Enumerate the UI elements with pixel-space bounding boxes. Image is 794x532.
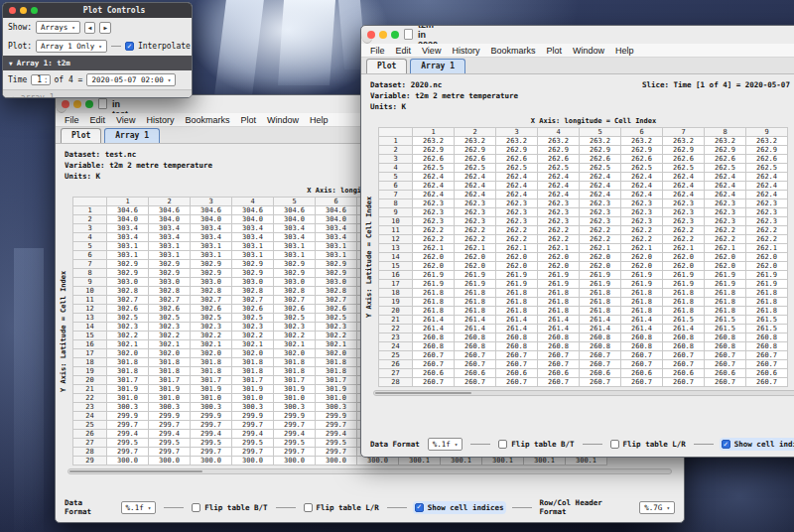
table-cell[interactable]: 260.7 <box>413 360 455 369</box>
row-header[interactable]: 17 <box>379 280 413 289</box>
table-cell[interactable]: 260.8 <box>580 342 621 351</box>
table-cell[interactable]: 261.8 <box>580 307 621 316</box>
table-cell[interactable]: 262.4 <box>663 173 705 182</box>
table-cell[interactable]: 262.3 <box>621 200 663 208</box>
table-cell[interactable]: 302.0 <box>149 349 191 358</box>
table-cell[interactable]: 261.8 <box>496 298 538 307</box>
table-cell[interactable]: 262.1 <box>746 244 788 253</box>
table-cell[interactable]: 261.8 <box>746 298 788 307</box>
collapsed-array-item[interactable]: ▸ array 1 <box>3 89 192 98</box>
header-format-select[interactable]: %.7G ▾ <box>639 501 675 514</box>
table-cell[interactable]: 262.1 <box>455 244 496 253</box>
table-cell[interactable]: 304.0 <box>107 215 149 224</box>
table-cell[interactable]: 260.7 <box>580 351 621 360</box>
table-cell[interactable]: 262.4 <box>538 191 580 200</box>
table-cell[interactable]: 262.0 <box>580 253 621 262</box>
table-cell[interactable]: 260.7 <box>455 351 496 360</box>
menu-help[interactable]: Help <box>615 46 634 56</box>
show-cell-indices-checkbox[interactable] <box>415 503 424 512</box>
table-cell[interactable]: 302.9 <box>274 269 316 278</box>
table-cell[interactable]: 301.8 <box>149 358 191 367</box>
table-cell[interactable]: 301.7 <box>191 376 232 385</box>
table-cell[interactable]: 301.9 <box>274 385 316 394</box>
row-header[interactable]: 28 <box>379 378 413 387</box>
table-cell[interactable]: 262.0 <box>705 262 746 271</box>
table-cell[interactable]: 262.9 <box>746 146 788 155</box>
table-cell[interactable]: 262.5 <box>496 164 538 173</box>
flip-bt-checkbox[interactable] <box>498 440 507 449</box>
table-cell[interactable]: 303.1 <box>274 242 316 251</box>
table-cell[interactable]: 260.7 <box>580 360 621 369</box>
row-header[interactable]: 2 <box>73 215 107 224</box>
table-cell[interactable]: 303.1 <box>107 242 149 251</box>
row-header[interactable]: 3 <box>73 224 107 233</box>
table-cell[interactable]: 302.5 <box>149 314 191 323</box>
plot-select[interactable]: Array 1 Only ▾ <box>36 40 107 53</box>
table-cell[interactable]: 301.8 <box>316 367 357 376</box>
row-header[interactable]: 29 <box>73 457 107 466</box>
table-cell[interactable]: 261.8 <box>705 307 746 316</box>
row-header[interactable]: 18 <box>73 358 107 367</box>
table-cell[interactable]: 300.0 <box>149 457 191 466</box>
table-cell[interactable]: 262.0 <box>413 262 455 271</box>
table-cell[interactable]: 263.2 <box>663 137 705 146</box>
table-cell[interactable]: 302.9 <box>149 269 191 278</box>
row-header[interactable]: 23 <box>73 403 107 412</box>
row-header[interactable]: 10 <box>379 217 413 226</box>
table-cell[interactable]: 260.7 <box>496 351 538 360</box>
table-cell[interactable]: 302.3 <box>149 323 191 332</box>
table-cell[interactable]: 262.6 <box>663 155 705 164</box>
menu-history[interactable]: History <box>452 46 479 56</box>
table-cell[interactable]: 260.6 <box>746 369 788 378</box>
table-cell[interactable]: 262.4 <box>538 182 580 191</box>
table-cell[interactable]: 261.5 <box>746 316 788 325</box>
zoom-button[interactable] <box>391 31 399 39</box>
table-cell[interactable]: 299.7 <box>316 421 357 430</box>
menu-help[interactable]: Help <box>310 115 329 125</box>
table-cell[interactable]: 262.1 <box>413 244 455 253</box>
table-cell[interactable]: 261.8 <box>621 307 663 316</box>
table-cell[interactable]: 260.7 <box>663 378 705 387</box>
table-cell[interactable]: 262.0 <box>746 262 788 271</box>
show-select[interactable]: Arrays ▾ <box>36 21 80 34</box>
table-cell[interactable]: 260.8 <box>746 342 788 351</box>
table-cell[interactable]: 262.4 <box>663 182 705 191</box>
table-cell[interactable]: 261.8 <box>413 289 455 298</box>
table-cell[interactable]: 302.6 <box>107 305 149 314</box>
interpolate-group[interactable]: Interpolate <box>125 42 191 51</box>
table-cell[interactable]: 261.8 <box>746 307 788 316</box>
table-cell[interactable]: 302.6 <box>149 305 191 314</box>
table-cell[interactable]: 303.4 <box>191 224 232 233</box>
table-cell[interactable]: 262.1 <box>663 244 705 253</box>
table-cell[interactable]: 262.3 <box>705 217 746 226</box>
row-header[interactable]: 9 <box>379 208 413 217</box>
table-cell[interactable]: 261.9 <box>496 271 538 280</box>
table-cell[interactable]: 300.3 <box>107 403 149 412</box>
table-cell[interactable]: 260.7 <box>621 351 663 360</box>
table-cell[interactable]: 262.1 <box>580 244 621 253</box>
table-cell[interactable]: 302.7 <box>232 296 274 305</box>
row-header[interactable]: 2 <box>379 146 413 155</box>
table-cell[interactable]: 260.7 <box>705 360 746 369</box>
show-cell-indices-checkbox[interactable] <box>722 440 730 449</box>
table-cell[interactable]: 262.2 <box>621 235 663 244</box>
table-cell[interactable]: 262.4 <box>413 182 455 191</box>
horizontal-scrollbar[interactable] <box>67 468 672 474</box>
table-cell[interactable]: 262.1 <box>621 244 663 253</box>
scrollbar-thumb[interactable] <box>69 470 202 472</box>
table-cell[interactable]: 261.9 <box>663 271 705 280</box>
row-header[interactable]: 24 <box>73 412 107 421</box>
table-cell[interactable]: 262.3 <box>538 208 580 217</box>
table-cell[interactable]: 262.4 <box>580 182 621 191</box>
table-cell[interactable]: 260.7 <box>580 378 621 387</box>
row-header[interactable]: 8 <box>379 200 413 208</box>
table-cell[interactable]: 262.3 <box>538 200 580 208</box>
table-cell[interactable]: 303.0 <box>191 278 232 287</box>
table-cell[interactable]: 303.4 <box>107 233 149 242</box>
row-header[interactable]: 9 <box>73 278 107 287</box>
table-cell[interactable]: 262.4 <box>538 173 580 182</box>
row-header[interactable]: 26 <box>379 360 413 369</box>
table-cell[interactable]: 304.0 <box>274 215 316 224</box>
table-cell[interactable]: 262.0 <box>705 253 746 262</box>
table-cell[interactable]: 260.8 <box>705 342 746 351</box>
